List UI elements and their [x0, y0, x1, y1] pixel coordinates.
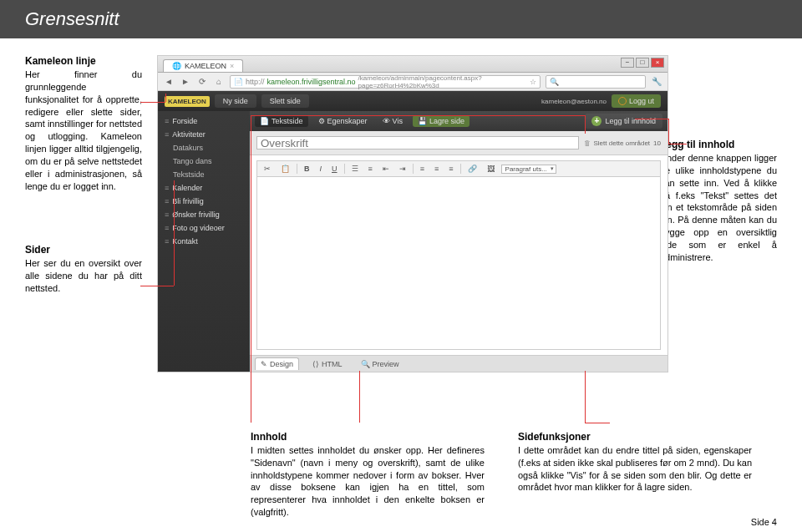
- callout-kameleon-line: Kameleon linje Her finner du grunnleggen…: [25, 55, 142, 192]
- view-tab-html[interactable]: ⟨⟩HTML: [307, 358, 348, 370]
- tree-icon: ≡: [165, 224, 169, 232]
- url-field[interactable]: 📄 http:// kameleon.frivilligsentral.no /…: [230, 75, 541, 89]
- search-field[interactable]: 🔍: [546, 75, 646, 89]
- editor-toolbar: ✂ 📋 B I U ☰ ≡ ⇤ ⇥ ≡ ≡ ≡: [256, 160, 661, 177]
- editor-canvas[interactable]: [256, 177, 661, 350]
- trash-icon[interactable]: 🗑: [584, 139, 591, 147]
- reload-icon[interactable]: ⟳: [196, 76, 208, 88]
- sidebar-subitem[interactable]: Tekstside: [158, 168, 250, 181]
- align-left-icon[interactable]: ≡: [417, 163, 428, 175]
- star-icon[interactable]: ☆: [530, 78, 536, 86]
- callout-sider: Sider Her ser du en oversikt over alle s…: [25, 244, 142, 295]
- sidebar-item[interactable]: ≡Foto og videoer: [158, 221, 250, 235]
- save-button[interactable]: 💾Lagre side: [413, 115, 470, 127]
- area-count: 10: [653, 139, 661, 147]
- view-tab-label: HTML: [322, 360, 343, 368]
- view-mode-tabs: ✎Design ⟨⟩HTML 🔍Preview: [250, 355, 667, 372]
- callout-line: [585, 371, 586, 423]
- tree-icon: ≡: [165, 197, 169, 205]
- image-icon[interactable]: 🖼: [484, 163, 498, 175]
- page-sidebar: ≡Forside ≡Aktiviteter Datakurs Tango dan…: [158, 111, 250, 372]
- minimize-button[interactable]: −: [621, 58, 634, 68]
- tab-title: KAMELEON: [185, 62, 226, 70]
- delete-page-button[interactable]: Slett side: [261, 94, 309, 108]
- cut-icon[interactable]: ✂: [261, 163, 274, 175]
- gear-icon: ⚙: [318, 117, 325, 125]
- maximize-button[interactable]: □: [636, 58, 649, 68]
- sidebar-item[interactable]: ≡Forside: [158, 114, 250, 128]
- callout-text: Her ser du en oversikt over alle sidene …: [25, 257, 142, 295]
- align-center-icon[interactable]: ≡: [431, 163, 442, 175]
- editor-wrap: ✂ 📋 B I U ☰ ≡ ⇤ ⇥ ≡ ≡ ≡: [250, 155, 667, 355]
- tree-icon: ≡: [165, 210, 169, 219]
- page-header: Grensesnitt: [0, 0, 802, 38]
- tab-vis[interactable]: 👁Vis: [378, 115, 408, 127]
- paragraph-select[interactable]: Paragraf uts...: [501, 165, 556, 174]
- sidebar-subitem[interactable]: Datakurs: [158, 141, 250, 155]
- wrench-icon[interactable]: 🔧: [651, 76, 662, 88]
- outdent-icon[interactable]: ⇤: [379, 163, 393, 175]
- tab-tekstside[interactable]: 📄Tekstside: [255, 115, 308, 127]
- search-icon: 🔍: [550, 78, 559, 86]
- sidebar-item[interactable]: ≡Kalender: [158, 181, 250, 195]
- sidebar-item[interactable]: ≡Aktiviteter: [158, 128, 250, 141]
- window-controls: − □ ×: [621, 58, 664, 68]
- callout-line: [359, 371, 360, 423]
- page-title-input[interactable]: [256, 136, 579, 149]
- list-ul-icon[interactable]: ☰: [348, 163, 362, 175]
- callout-title: Legg til innhold: [660, 139, 777, 150]
- disk-icon: 💾: [418, 117, 427, 125]
- callout-innhold: Innhold I midten settes innholdet du øns…: [251, 431, 485, 519]
- sidebar-subitem[interactable]: Tango dans: [158, 155, 250, 168]
- paste-icon[interactable]: 📋: [277, 163, 293, 175]
- callout-title: Sider: [25, 244, 142, 256]
- link-icon[interactable]: 🔗: [464, 163, 480, 175]
- magnify-icon: 🔍: [361, 360, 370, 368]
- main-area: 📄Tekstside ⚙Egenskaper 👁Vis 💾Lagre side …: [250, 111, 667, 372]
- bold-button[interactable]: B: [301, 163, 313, 175]
- sidebar-item[interactable]: ≡Kontakt: [158, 235, 250, 248]
- sidebar-label: Foto og videoer: [172, 224, 225, 232]
- area-meta: 🗑 Slett dette området 10: [584, 139, 662, 147]
- plus-icon: +: [591, 116, 602, 126]
- underline-button[interactable]: U: [328, 163, 341, 175]
- logout-button[interactable]: Logg ut: [612, 94, 661, 108]
- view-tab-preview[interactable]: 🔍Preview: [356, 358, 404, 370]
- italic-button[interactable]: I: [317, 163, 326, 175]
- tree-icon: ≡: [165, 117, 169, 125]
- callout-line: [668, 119, 669, 144]
- sidebar-label: Kalender: [172, 184, 202, 192]
- page-icon: 📄: [260, 117, 269, 125]
- callout-line: [140, 102, 165, 103]
- forward-icon[interactable]: ►: [180, 76, 191, 88]
- sidebar-label: Aktiviteter: [172, 130, 206, 139]
- callout-line: [585, 115, 586, 134]
- sidebar-item[interactable]: ≡Bli frivillig: [158, 195, 250, 208]
- close-tab-icon[interactable]: ×: [230, 62, 234, 70]
- back-icon[interactable]: ◄: [163, 76, 175, 88]
- sidebar-item[interactable]: ≡Ønsker frivillig: [158, 208, 250, 221]
- callout-line: [251, 115, 251, 423]
- add-content-button[interactable]: + Legg til innhold: [585, 114, 662, 129]
- indent-icon[interactable]: ⇥: [396, 163, 409, 175]
- browser-tab[interactable]: 🌐 KAMELEON ×: [163, 59, 243, 72]
- home-icon[interactable]: ⌂: [213, 76, 225, 88]
- view-tab-design[interactable]: ✎Design: [255, 357, 299, 370]
- callout-line: [140, 286, 174, 286]
- logout-label: Logg ut: [629, 97, 654, 105]
- delete-area-label[interactable]: Slett dette området: [594, 139, 651, 147]
- kameleon-toolbar: KAMELEON Ny side Slett side kameleon@aes…: [158, 91, 667, 111]
- tree-icon: ≡: [165, 237, 169, 246]
- list-ol-icon[interactable]: ≡: [365, 163, 376, 175]
- sidebar-label: Bli frivillig: [172, 197, 204, 205]
- callout-line: [251, 115, 585, 116]
- new-page-button[interactable]: Ny side: [215, 94, 256, 108]
- browser-address-bar: ◄ ► ⟳ ⌂ 📄 http:// kameleon.frivilligsent…: [158, 73, 667, 91]
- url-path: /kameleon/adminmain/pagecontent.aspx?pag…: [358, 74, 525, 89]
- callout-text: I midten settes innholdet du ønsker opp.…: [251, 444, 485, 519]
- close-button[interactable]: ×: [651, 58, 664, 68]
- url-host: kameleon.frivilligsentral.no: [267, 78, 356, 86]
- align-right-icon[interactable]: ≡: [445, 163, 456, 175]
- tab-egenskaper[interactable]: ⚙Egenskaper: [313, 115, 373, 127]
- sidebar-label: Tango dans: [173, 157, 212, 165]
